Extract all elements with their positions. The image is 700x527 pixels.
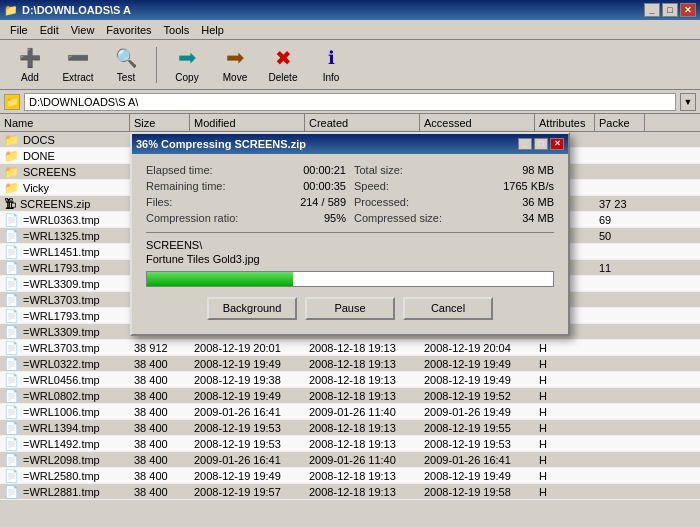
speed-value: 1765 KB/s — [503, 180, 554, 192]
remaining-row: Remaining time: 00:00:35 — [146, 180, 346, 192]
pause-button[interactable]: Pause — [305, 297, 395, 320]
dialog-minimize-btn[interactable]: _ — [518, 138, 532, 150]
processed-value: 36 MB — [522, 196, 554, 208]
dialog-close-btn[interactable]: ✕ — [550, 138, 564, 150]
dialog-title-bar: 36% Compressing SCREENS.zip _ □ ✕ — [132, 134, 568, 154]
current-file: Fortune Tiles Gold3.jpg — [146, 253, 554, 265]
compressed-size-info: Compressed size: 34 MB — [354, 212, 554, 224]
processed-row: Processed: 36 MB — [354, 196, 554, 208]
dialog-title-text: 36% Compressing SCREENS.zip — [136, 138, 306, 150]
speed-info: Speed: 1765 KB/s — [354, 180, 554, 192]
total-size-value: 98 MB — [522, 164, 554, 176]
remaining-info: Remaining time: 00:00:35 — [146, 180, 346, 192]
dialog-overlay: 36% Compressing SCREENS.zip _ □ ✕ Elapse… — [0, 0, 700, 527]
cancel-button[interactable]: Cancel — [403, 297, 493, 320]
compressed-label: Compressed size: — [354, 212, 442, 224]
elapsed-value: 00:00:21 — [303, 164, 346, 176]
divider — [146, 232, 554, 233]
files-value: 214 / 589 — [300, 196, 346, 208]
elapsed-row: Elapsed time: 00:00:21 — [146, 164, 346, 176]
processed-label: Processed: — [354, 196, 409, 208]
processed-info: Processed: 36 MB — [354, 196, 554, 208]
compressed-value: 34 MB — [522, 212, 554, 224]
dialog-maximize-btn[interactable]: □ — [534, 138, 548, 150]
total-size-label: Total size: — [354, 164, 403, 176]
progress-bar-container — [146, 271, 554, 287]
dialog-body: Elapsed time: 00:00:21 Total size: 98 MB… — [132, 154, 568, 334]
elapsed-label: Elapsed time: — [146, 164, 213, 176]
info-grid: Elapsed time: 00:00:21 Total size: 98 MB… — [146, 164, 554, 224]
total-size-info: Total size: 98 MB — [354, 164, 554, 176]
progress-fill — [147, 272, 293, 286]
dialog-title-controls: _ □ ✕ — [518, 138, 564, 150]
files-info: Files: 214 / 589 — [146, 196, 346, 208]
compress-dialog: 36% Compressing SCREENS.zip _ □ ✕ Elapse… — [130, 132, 570, 336]
compression-row: Compression ratio: 95% — [146, 212, 346, 224]
background-button[interactable]: Background — [207, 297, 297, 320]
compression-value: 95% — [324, 212, 346, 224]
total-size-row: Total size: 98 MB — [354, 164, 554, 176]
current-path: SCREENS\ — [146, 239, 554, 251]
files-label: Files: — [146, 196, 172, 208]
remaining-value: 00:00:35 — [303, 180, 346, 192]
speed-label: Speed: — [354, 180, 389, 192]
compressed-size-row: Compressed size: 34 MB — [354, 212, 554, 224]
remaining-label: Remaining time: — [146, 180, 225, 192]
compression-info: Compression ratio: 95% — [146, 212, 346, 224]
dialog-buttons: Background Pause Cancel — [146, 297, 554, 324]
files-row: Files: 214 / 589 — [146, 196, 346, 208]
speed-row: Speed: 1765 KB/s — [354, 180, 554, 192]
compression-label: Compression ratio: — [146, 212, 238, 224]
elapsed-info: Elapsed time: 00:00:21 — [146, 164, 346, 176]
